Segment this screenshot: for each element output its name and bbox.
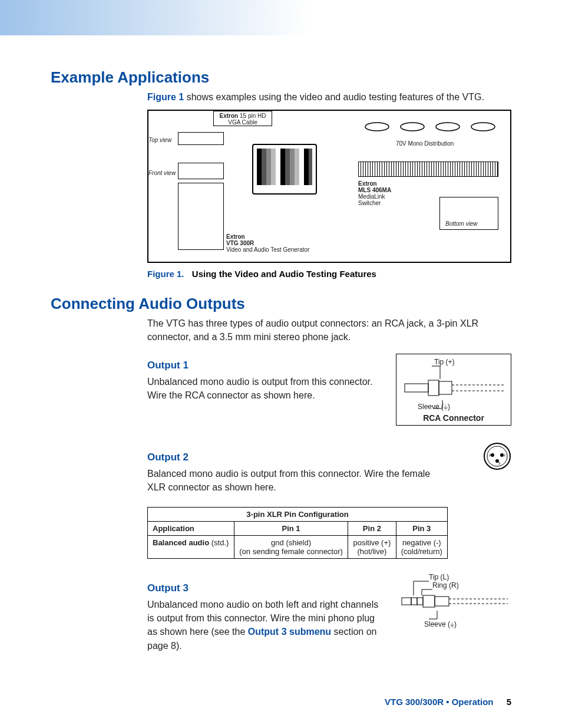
table-row-pin3: negative (-)(cold/return) bbox=[396, 535, 447, 558]
rca-connector-diagram: Tip (+) Sleeve (⏚) bbox=[396, 354, 511, 426]
connecting-intro: The VTG has three types of audio output … bbox=[147, 317, 511, 344]
figure-reference: Figure 1 bbox=[147, 92, 184, 102]
mls-model: MLS 406MA bbox=[358, 187, 391, 193]
page-number: 5 bbox=[507, 697, 511, 707]
table-header-pin3: Pin 3 bbox=[396, 521, 447, 535]
table-row-pin1: gnd (shield)(on sending female connector… bbox=[234, 535, 348, 558]
output-2-heading: Output 2 bbox=[147, 452, 471, 463]
svg-rect-6 bbox=[405, 384, 428, 392]
mini-phono-diagram: Tip (L) Ring (R) Sleeve (⏚) bbox=[396, 573, 511, 632]
svg-point-2 bbox=[436, 123, 459, 131]
svg-text:3: 3 bbox=[498, 462, 501, 465]
figure-1-diagram: Extron 15 pin HD VGA Cable Top view Fron… bbox=[147, 110, 511, 263]
rca-sleeve-label: Sleeve (⏚) bbox=[418, 403, 450, 411]
bottom-view-label: Bottom view bbox=[445, 220, 477, 227]
intro-text: shows examples using the video and audio… bbox=[184, 92, 484, 102]
mls-desc1: MediaLink bbox=[358, 193, 385, 200]
heading-connecting-audio: Connecting Audio Outputs bbox=[51, 295, 511, 313]
xlr-pin-table: 3-pin XLR Pin Configuration Application … bbox=[147, 507, 448, 559]
top-view-label: Top view bbox=[148, 137, 171, 143]
phono-sleeve-label: Sleeve (⏚) bbox=[424, 620, 457, 628]
table-row-pin2: positive (+)(hot/live) bbox=[348, 535, 396, 558]
svg-rect-27 bbox=[417, 598, 423, 605]
svg-point-15 bbox=[491, 453, 494, 457]
figure-1-caption-desc: Using the Video and Audio Testing Featur… bbox=[192, 269, 376, 279]
table-title: 3-pin XLR Pin Configuration bbox=[148, 507, 448, 521]
intro-paragraph: Figure 1 shows examples using the video … bbox=[147, 90, 511, 104]
table-row-application: Balanced audio (std.) bbox=[148, 535, 234, 558]
figure-1-caption-lead: Figure 1. bbox=[147, 269, 184, 279]
svg-rect-25 bbox=[402, 598, 411, 605]
svg-point-3 bbox=[471, 123, 495, 131]
header-gradient bbox=[0, 0, 562, 35]
table-header-pin1: Pin 1 bbox=[234, 521, 348, 535]
svg-rect-29 bbox=[435, 597, 449, 606]
page-footer: VTG 300/300R • Operation 5 bbox=[385, 697, 511, 707]
output-2-body: Balanced mono audio is output from this … bbox=[147, 467, 442, 494]
cable-brand: Extron bbox=[220, 113, 239, 119]
svg-rect-7 bbox=[428, 380, 439, 396]
svg-rect-28 bbox=[423, 595, 435, 607]
mls-desc2: Switcher bbox=[358, 200, 381, 206]
front-view-label: Front view bbox=[148, 170, 176, 176]
heading-example-applications: Example Applications bbox=[51, 68, 511, 87]
svg-point-1 bbox=[401, 123, 424, 131]
output-1-heading: Output 1 bbox=[147, 360, 384, 371]
svg-rect-8 bbox=[439, 381, 452, 394]
vtg-model: VTG 300R bbox=[226, 240, 254, 246]
vtg-brand: Extron bbox=[226, 233, 245, 240]
mls-brand: Extron bbox=[358, 180, 377, 187]
svg-point-0 bbox=[365, 123, 389, 131]
svg-text:1: 1 bbox=[504, 453, 506, 457]
xlr-connector-icon: 2 1 3 bbox=[483, 442, 511, 470]
vtg-desc: Video and Audio Test Generator bbox=[226, 246, 309, 253]
rca-caption: RCA Connector bbox=[396, 413, 511, 423]
output-3-heading: Output 3 bbox=[147, 582, 384, 594]
output-3-body: Unbalanced mono audio on both left and r… bbox=[147, 598, 384, 653]
table-header-application: Application bbox=[148, 521, 234, 535]
figure-1-caption: Figure 1. Using the Video and Audio Test… bbox=[147, 269, 511, 279]
output-3-submenu-link[interactable]: Output 3 submenu bbox=[248, 627, 331, 637]
table-header-pin2: Pin 2 bbox=[348, 521, 396, 535]
distribution-label: 70V Mono Distribution bbox=[396, 140, 454, 147]
svg-rect-26 bbox=[411, 598, 417, 605]
footer-text: VTG 300/300R • Operation bbox=[385, 697, 493, 707]
output-1-body: Unbalanced mono audio is output from thi… bbox=[147, 375, 384, 402]
svg-point-13 bbox=[484, 443, 510, 469]
